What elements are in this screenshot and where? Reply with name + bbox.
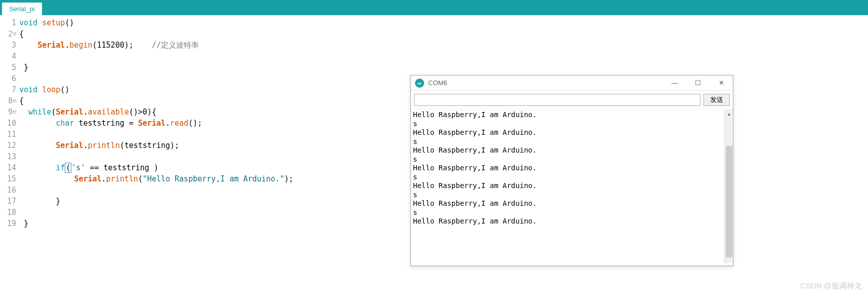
serial-output-line: s (413, 137, 731, 146)
scroll-up-icon[interactable]: ▴ (725, 109, 733, 118)
window-controls: — ☐ ✕ (663, 76, 733, 91)
line-number: 8⊟ (0, 95, 16, 106)
ide-header-bar: Serial_pi (0, 0, 868, 15)
close-button[interactable]: ✕ (710, 76, 733, 91)
code-line[interactable]: } (19, 62, 868, 73)
serial-monitor-window: COM6 — ☐ ✕ 发送 Hello Raspberry,I am Ardui… (410, 75, 733, 266)
line-gutter: 12⊟345678⊟9⊟10111213141516171819 (0, 17, 19, 229)
serial-output-line: Hello Raspberry,I am Arduino. (413, 110, 731, 120)
serial-output[interactable]: Hello Raspberry,I am Arduino.sHello Rasp… (411, 109, 733, 263)
line-number: 19 (0, 218, 16, 229)
line-number: 9⊟ (0, 106, 16, 118)
code-line[interactable]: void setup() (19, 17, 868, 28)
serial-output-line: Hello Raspberry,I am Arduino. (413, 181, 731, 191)
minimize-button[interactable]: — (663, 76, 686, 91)
serial-input-row: 发送 (411, 91, 733, 109)
line-number: 16 (0, 185, 16, 196)
sketch-tab[interactable]: Serial_pi (2, 3, 42, 15)
line-number: 12 (0, 140, 16, 151)
serial-output-line: s (413, 120, 731, 129)
line-number: 6 (0, 73, 16, 84)
serial-output-line: Hello Raspberry,I am Arduino. (413, 217, 731, 226)
line-number: 7 (0, 84, 16, 95)
serial-output-line: Hello Raspberry,I am Arduino. (413, 164, 731, 173)
serial-titlebar[interactable]: COM6 — ☐ ✕ (411, 76, 733, 91)
serial-output-line: Hello Raspberry,I am Arduino. (413, 146, 731, 155)
line-number: 4 (0, 51, 16, 62)
arduino-icon (415, 79, 424, 88)
maximize-button[interactable]: ☐ (686, 76, 710, 91)
line-number: 10 (0, 118, 16, 129)
serial-output-line: s (413, 173, 731, 182)
line-number: 11 (0, 129, 16, 140)
serial-output-line: s (413, 155, 731, 164)
line-number: 15 (0, 173, 16, 185)
send-button[interactable]: 发送 (704, 94, 730, 106)
code-line[interactable]: Serial.begin(115200); //定义波特率 (19, 40, 868, 51)
serial-output-wrap: Hello Raspberry,I am Arduino.sHello Rasp… (411, 109, 733, 263)
line-number: 1 (0, 17, 16, 28)
serial-input[interactable] (414, 94, 700, 106)
code-line[interactable] (19, 51, 868, 62)
serial-output-line: s (413, 191, 731, 200)
watermark: CSDN @低调神龙 (800, 281, 862, 291)
line-number: 17 (0, 196, 16, 207)
serial-output-line: Hello Raspberry,I am Arduino. (413, 199, 731, 208)
line-number: 3 (0, 40, 16, 51)
serial-output-line: Hello Raspberry,I am Arduino. (413, 128, 731, 137)
line-number: 14 (0, 162, 16, 173)
line-number: 18 (0, 207, 16, 218)
line-number: 13 (0, 151, 16, 162)
serial-title: COM6 (428, 79, 663, 87)
line-number: 2⊟ (0, 28, 16, 40)
code-line[interactable]: { (19, 28, 868, 40)
scroll-thumb[interactable] (726, 146, 732, 257)
scrollbar[interactable]: ▴ (724, 109, 733, 263)
line-number: 5 (0, 62, 16, 73)
serial-output-line: s (413, 208, 731, 217)
